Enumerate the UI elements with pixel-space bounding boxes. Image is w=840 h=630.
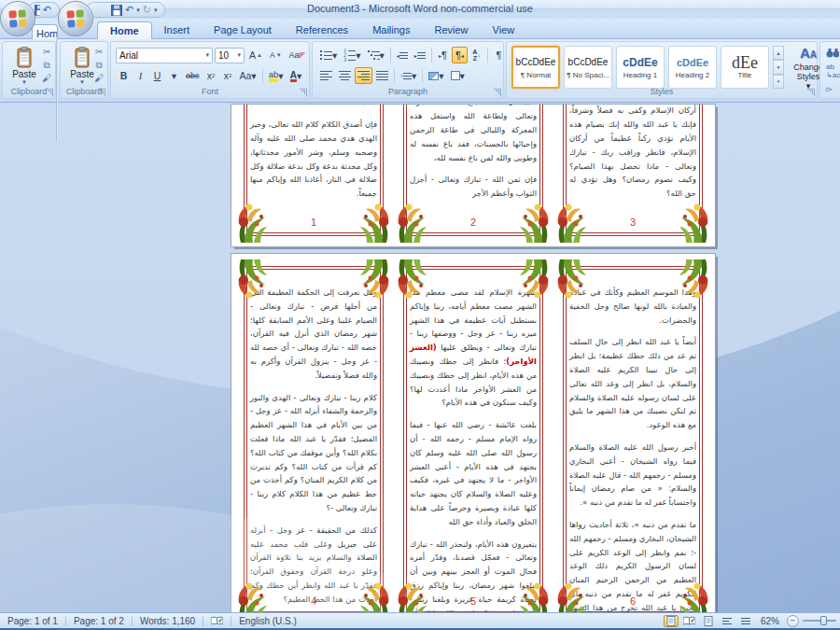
tab-mailings[interactable]: Mailings (360, 21, 422, 40)
dialog-launcher-icon[interactable] (807, 89, 815, 96)
decrease-indent-button[interactable]: ◂ (394, 47, 411, 63)
background-window-page-indicator[interactable]: Page: 1 of 1 (0, 616, 65, 626)
bullets-button[interactable]: ▾ (317, 47, 340, 63)
replace-icon[interactable]: ab↳ac (826, 63, 840, 79)
dialog-launcher-icon[interactable] (300, 89, 307, 96)
undo-dropdown-icon[interactable]: ▾ (136, 7, 140, 14)
view-print-layout-button[interactable] (664, 615, 679, 627)
page-column-4[interactable]: وهل تعرفت إلى الحكمة العظيمة التي من أجل… (239, 261, 388, 612)
page-column-3[interactable]: قال الله - عز وجل - قد خص هذه الأيام خص … (558, 105, 707, 241)
style-no-spacing[interactable]: bCcDdEe ¶ No Spaci... (564, 46, 612, 89)
subscript-button[interactable]: x2 (203, 67, 219, 84)
tab-insert[interactable]: Insert (152, 21, 203, 40)
multilevel-list-button[interactable]: ▾ (365, 47, 387, 63)
paste-button[interactable]: Paste ▾ (66, 46, 98, 87)
save-icon[interactable] (111, 5, 122, 16)
zoom-out-button[interactable]: − (787, 615, 799, 627)
align-center-button[interactable] (336, 67, 354, 84)
document-page-1[interactable]: فقيهاً] [الأحزاب ٧٠-٧١] أما بعد: فإن أصد… (231, 105, 715, 246)
cut-icon[interactable]: ✂ (95, 48, 103, 57)
bold-button[interactable]: B (116, 67, 132, 84)
zoom-level[interactable]: 62% (757, 616, 783, 626)
increase-indent-button[interactable]: ▸ (412, 47, 428, 63)
shrink-font-button[interactable]: A▼ (267, 47, 285, 63)
page-text[interactable]: شهرة الإسلام لقد مضى معظم هذا الشهر مضت … (410, 286, 537, 612)
page-text[interactable]: وهذا الموسم العظيم وكأنك في عبادة والعبا… (569, 286, 696, 612)
page-text[interactable]: قال الله - عز وجل - قد خص هذه الأيام خص … (569, 105, 696, 209)
office-button[interactable] (58, 1, 93, 36)
borders-button[interactable]: ▾ (448, 67, 468, 84)
font-size-combobox[interactable]: 10▾ (215, 48, 245, 63)
cut-icon[interactable]: ✂ (43, 48, 50, 57)
strikethrough-button[interactable]: abc (183, 67, 203, 84)
status-bar: Page: 1 of 1 Page: 1 of 2 Words: 1,160 E… (0, 612, 840, 628)
italic-button[interactable]: I (133, 67, 148, 84)
format-painter-icon[interactable]: 🖌 (94, 74, 104, 83)
floral-corner-ornament (395, 258, 427, 302)
background-window-office-button[interactable] (0, 1, 35, 36)
grow-font-button[interactable]: A▲ (246, 47, 265, 63)
page-column-2[interactable]: كل الناس يا إخوان يغدون في هذه الأيام وا… (399, 105, 548, 241)
font-color-button[interactable]: A▾ (287, 67, 305, 84)
language-indicator[interactable]: English (U.S.) (231, 616, 304, 626)
page-text[interactable]: وهل تعرفت إلى الحكمة العظيمة التي من أجل… (250, 286, 377, 612)
page-column-5[interactable]: شهرة الإسلام لقد مضى معظم هذا الشهر مضت … (399, 261, 548, 612)
underline-dropdown-icon[interactable]: ▾ (172, 70, 176, 81)
paste-button[interactable]: Paste ▾ (8, 46, 40, 87)
proofing-status-icon[interactable] (203, 616, 231, 626)
floral-corner-ornament (520, 258, 552, 302)
zoom-slider-thumb[interactable] (820, 616, 827, 625)
justify-button[interactable] (373, 67, 391, 84)
right-to-left-direction-button[interactable]: ¶◂ (452, 47, 468, 63)
view-outline-button[interactable] (720, 615, 735, 627)
tab-references[interactable]: References (284, 21, 360, 40)
style-title[interactable]: dEe Title (721, 46, 769, 89)
redo-icon[interactable]: ↻ (143, 5, 151, 15)
left-to-right-direction-button[interactable]: ▸¶ (435, 47, 451, 63)
change-case-button[interactable]: Aa▾ (237, 67, 259, 84)
document-page-2[interactable]: وهل تعرفت إلى الحكمة العظيمة التي من أجل… (231, 254, 715, 612)
dialog-launcher-icon[interactable] (98, 89, 105, 96)
document-canvas[interactable]: فقيهاً] [الأحزاب ٧٠-٧١] أما بعد: فإن أصد… (0, 103, 840, 612)
tab-home[interactable]: Home (97, 21, 152, 40)
font-name-combobox[interactable]: Arial▾ (116, 48, 213, 63)
format-painter-icon[interactable]: 🖌 (42, 74, 51, 83)
paste-dropdown-icon: ▾ (80, 78, 84, 86)
style-heading-1[interactable]: cDdEe Heading 1 (616, 46, 665, 89)
show-hide-pilcrow-button[interactable]: ¶ (491, 47, 507, 63)
tab-page-layout[interactable]: Page Layout (202, 21, 284, 40)
underline-button[interactable]: U (149, 67, 165, 84)
tab-view[interactable]: View (481, 21, 527, 40)
dialog-launcher-icon[interactable] (494, 89, 501, 96)
select-arrow-icon[interactable]: ▻ (826, 84, 840, 93)
copy-icon[interactable]: ⧉ (43, 61, 49, 70)
shading-button[interactable]: ▾ (426, 67, 446, 84)
view-fullscreen-reading-button[interactable] (682, 615, 697, 627)
qat-customize-dropdown-icon[interactable]: ▾ (154, 7, 158, 14)
line-spacing-button[interactable]: ↕▾ (398, 67, 419, 84)
superscript-button[interactable]: x2 (220, 67, 236, 84)
page-text[interactable]: كل الناس يا إخوان يغدون في هذه الأيام وا… (410, 105, 537, 209)
style-normal[interactable]: bCcDdEe ¶ Normal (511, 46, 560, 89)
numbering-button[interactable]: 123 ▾ (341, 47, 363, 63)
view-draft-button[interactable] (738, 615, 753, 627)
page-column-6[interactable]: وهذا الموسم العظيم وكأنك في عبادة والعبا… (558, 261, 707, 612)
page-text[interactable]: فقيهاً] [الأحزاب ٧٠-٧١] أما بعد: فإن أصد… (250, 105, 377, 209)
view-web-layout-button[interactable] (701, 615, 716, 627)
style-heading-2[interactable]: cDdEe Heading 2 (668, 46, 717, 89)
undo-icon[interactable]: ↶ (125, 5, 133, 15)
tab-review[interactable]: Review (422, 21, 480, 40)
align-right-button[interactable] (355, 67, 372, 84)
text-highlight-button[interactable]: ab▾ (266, 67, 287, 84)
sort-button[interactable]: AZ↓ (469, 47, 484, 63)
word-count[interactable]: Words: 1,160 (133, 616, 203, 626)
page-indicator[interactable]: Page: 1 of 2 (66, 616, 132, 626)
copy-icon[interactable]: ⧉ (95, 61, 102, 70)
dialog-launcher-icon[interactable] (46, 89, 53, 96)
page-column-1[interactable]: فقيهاً] [الأحزاب ٧٠-٧١] أما بعد: فإن أصد… (239, 105, 388, 241)
align-left-button[interactable] (317, 67, 335, 84)
styles-gallery-scrollbar[interactable]: ▲▼▾ (773, 46, 784, 89)
find-binoculars-icon[interactable] (826, 48, 839, 58)
zoom-slider[interactable] (803, 620, 836, 622)
clear-formatting-button[interactable]: Aa◤ (287, 47, 309, 63)
